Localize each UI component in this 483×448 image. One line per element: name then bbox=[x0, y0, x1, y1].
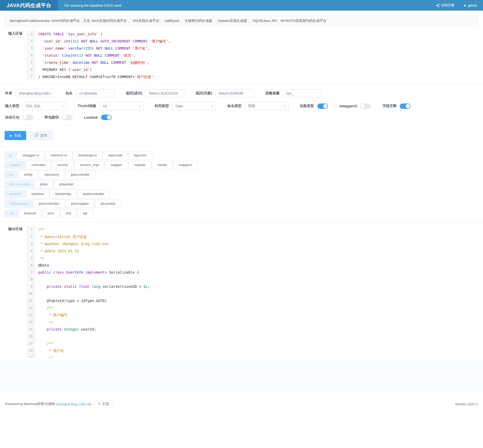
tab-jpacontroller[interactable]: jpacontroller bbox=[65, 170, 96, 179]
form-row-2: 输入类型DDL SQL∨TinyInt转换int∨时间类型Date∨命名类型驼峰… bbox=[5, 102, 478, 110]
auto-import-toggle[interactable] bbox=[23, 115, 33, 120]
manual-link[interactable]: 说明手册 bbox=[436, 3, 454, 8]
share-icon bbox=[436, 4, 439, 7]
github-link[interactable]: ★ github bbox=[463, 4, 477, 7]
tab-mapper2[interactable]: mapper2 bbox=[173, 161, 198, 169]
time-type-select[interactable]: Date∨ bbox=[172, 102, 216, 110]
tab-mybatis[interactable]: mybatis bbox=[128, 161, 152, 169]
tab-group-jpa: jpaentityrepositoryjpacontroller bbox=[5, 170, 478, 179]
output-area-label: 输出区域 bbox=[0, 226, 26, 358]
field-author: 作者 bbox=[5, 89, 54, 97]
copy-icon bbox=[35, 133, 38, 138]
tab-beetlentity[interactable]: beetlentity bbox=[50, 190, 77, 198]
code-line: 3 'user_name' varchar(255) NOT NULL COMM… bbox=[26, 45, 483, 52]
tab-beetlcontroller[interactable]: beetlcontroller bbox=[77, 190, 110, 198]
line-content: 'create_time' datetime NOT NULL COMMENT … bbox=[35, 59, 149, 66]
wrapper-type-toggle[interactable] bbox=[317, 103, 328, 109]
tab-controller[interactable]: controller bbox=[26, 161, 52, 169]
tab-group-jdbc-template: jdbc-templatejtdaojtdaoimpl bbox=[5, 180, 478, 189]
code-line: 7) ENGINE=InnoDB DEFAULT CHARSET=utf8 CO… bbox=[26, 73, 483, 80]
tab-xml[interactable]: xml bbox=[60, 209, 77, 218]
tab-mapper[interactable]: mapper bbox=[105, 161, 128, 169]
line-number: 19 bbox=[26, 354, 35, 358]
line-content: /** bbox=[35, 340, 53, 347]
package-name-input[interactable] bbox=[76, 89, 115, 97]
tab-repository[interactable]: repository bbox=[38, 170, 65, 179]
tab-sql[interactable]: sql bbox=[77, 209, 93, 218]
tab-group-label-jpa[interactable]: jpa bbox=[5, 170, 18, 179]
input-type-select[interactable]: DDL SQL∨ bbox=[23, 102, 66, 110]
return-success-input[interactable] bbox=[146, 89, 184, 97]
tab-group-beetlsql: beetlsqlbeetlmdbeetlentitybeetlcontrolle… bbox=[5, 190, 478, 198]
line-number: 12 bbox=[26, 304, 35, 311]
copy-button[interactable]: 复制 bbox=[30, 131, 52, 140]
line-content: */ bbox=[35, 354, 53, 358]
code-line: 7public class UserInfo implements Serial… bbox=[26, 269, 483, 276]
intro-bar: SpringBootCodeGenerator JAVA代码生成平台，又名`JA… bbox=[5, 15, 478, 26]
tab-plusmapper[interactable]: plusmapper bbox=[65, 199, 95, 208]
field-naming-type: 命名类型驼峰∨ bbox=[227, 102, 289, 110]
tab-model[interactable]: model bbox=[152, 161, 173, 169]
tab-beetlmd[interactable]: beetlmd bbox=[26, 190, 50, 198]
output-scroll-region[interactable]: 1/**2 * @description 用户信息3 * @author zhe… bbox=[26, 226, 483, 358]
ignore-prefix-input[interactable] bbox=[283, 89, 322, 97]
tab-plusentity[interactable]: plusentity bbox=[95, 199, 121, 208]
line-number: 4 bbox=[26, 52, 35, 59]
swagger-ui-toggle[interactable] bbox=[360, 103, 371, 109]
app-tagline: For reducing the repetitive CRUD work bbox=[64, 4, 121, 7]
line-content: 'status' tinyint(1) NOT NULL COMMENT '状态… bbox=[35, 52, 135, 59]
output-section: 输出区域 1/**2 * @description 用户信息3 * @autho… bbox=[0, 226, 483, 358]
field-return-error: 返回(失败) bbox=[195, 89, 254, 97]
author-input[interactable] bbox=[16, 89, 54, 97]
field-wrapper-type: 包装类型 bbox=[300, 103, 328, 109]
play-icon: ▶ bbox=[10, 134, 12, 137]
field-package-name: 包名 bbox=[65, 89, 115, 97]
tab-swagger-ui[interactable]: swagger-ui bbox=[17, 151, 45, 160]
line-content bbox=[35, 290, 38, 297]
wrapper-type-label: 包装类型 bbox=[300, 104, 314, 108]
tab-service[interactable]: service bbox=[51, 161, 74, 169]
author-label: 作者 bbox=[5, 91, 12, 96]
field-comment-toggle[interactable] bbox=[400, 103, 410, 109]
code-line: 17 /** bbox=[26, 340, 483, 347]
version-text: Version 2021.1 bbox=[455, 402, 478, 406]
star-icon: ★ bbox=[463, 4, 466, 7]
tinyint-convert-label: TinyInt转换 bbox=[78, 104, 96, 108]
tab-layui-edit[interactable]: layui-edit bbox=[103, 151, 128, 160]
tab-bootstrap-ui[interactable]: bootstrap-ui bbox=[73, 151, 103, 160]
tab-group-label-jdbc-template[interactable]: jdbc-template bbox=[5, 180, 34, 189]
tab-json[interactable]: json bbox=[42, 209, 60, 218]
reward-button[interactable]: 打赏 bbox=[94, 400, 113, 408]
tab-layui-list[interactable]: layui-list bbox=[128, 151, 152, 160]
code-line: 10 bbox=[26, 290, 483, 297]
field-with-package-path: 带包路径 bbox=[45, 115, 73, 120]
sql-editor[interactable]: 1CREATE TABLE 'sys_user_info' (2 'user_i… bbox=[26, 31, 483, 80]
tab-group-label-mybatis[interactable]: mybatis bbox=[5, 161, 26, 169]
lombok-toggle[interactable] bbox=[101, 115, 112, 120]
tab-beanutil[interactable]: beanutil bbox=[18, 209, 42, 218]
tab-element-ui[interactable]: element-ui bbox=[45, 151, 73, 160]
code-line: 2 * @description 用户信息 bbox=[26, 233, 483, 240]
tab-jtdao[interactable]: jtdao bbox=[34, 180, 53, 189]
tab-group-mybatis: mybatiscontrollerserviceservice_implmapp… bbox=[5, 161, 478, 169]
template-tabs: uiswagger-uielement-uibootstrap-uilayui-… bbox=[5, 151, 478, 218]
app-title: JAVA代码生成平台 bbox=[0, 0, 58, 11]
tinyint-convert-select[interactable]: int∨ bbox=[100, 102, 144, 110]
naming-type-label: 命名类型 bbox=[227, 104, 242, 108]
generate-button[interactable]: ▶ 生成 bbox=[5, 131, 26, 140]
return-error-input[interactable] bbox=[216, 89, 254, 97]
tab-group-label-util[interactable]: util bbox=[5, 209, 18, 218]
tab-group-label-mybatis-plus[interactable]: mybatis-plus bbox=[5, 199, 33, 208]
tab-group-label-beetlsql[interactable]: beetlsql bbox=[5, 190, 26, 198]
tab-pluscontroller[interactable]: pluscontroller bbox=[33, 199, 65, 208]
tab-service_impl[interactable]: service_impl bbox=[74, 161, 105, 169]
tab-group-label-ui[interactable]: ui bbox=[5, 151, 17, 160]
naming-type-select[interactable]: 驼峰∨ bbox=[245, 102, 289, 110]
with-package-path-toggle[interactable] bbox=[62, 115, 73, 120]
return-success-label: 返回(成功) bbox=[126, 91, 142, 96]
author-blog-link[interactable]: zhengkai.blog.csdn.net bbox=[56, 402, 91, 406]
line-number: 1 bbox=[26, 31, 35, 38]
tab-entity[interactable]: entity bbox=[18, 170, 38, 179]
tab-jtdaoimpl[interactable]: jtdaoimpl bbox=[53, 180, 79, 189]
line-number: 10 bbox=[26, 290, 35, 297]
